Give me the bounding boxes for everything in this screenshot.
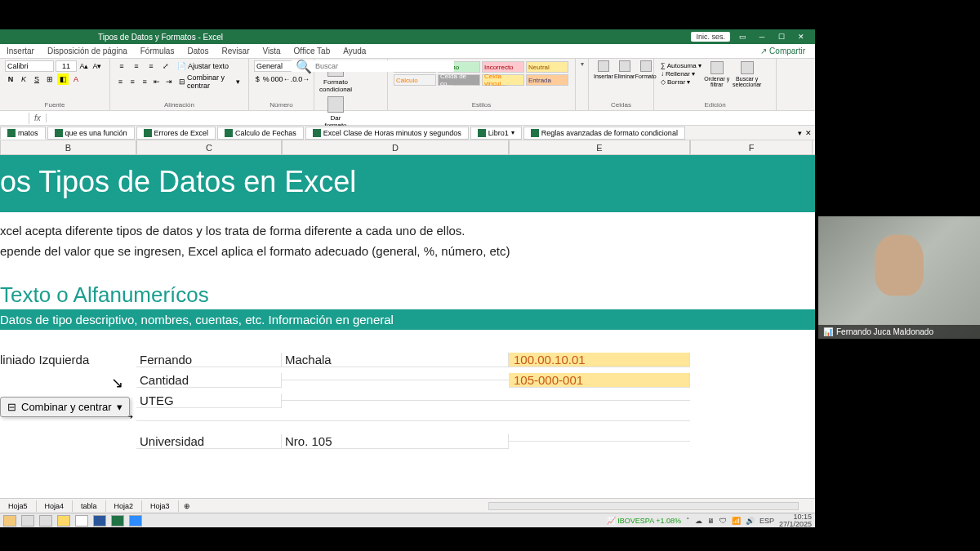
doc-tab-6[interactable]: Reglas avanzadas de formato condicional [523,127,685,140]
doc-tab-3[interactable]: Calculo de Fechas [217,127,304,140]
merge-center-button[interactable]: ⊟ Combinar y centrar ▾ [176,73,243,90]
name-box[interactable] [0,113,29,124]
fx-button[interactable]: fx [29,113,47,122]
currency-button[interactable]: $ [254,73,261,85]
cell-c-3[interactable]: UTEG [136,393,282,408]
cell-e-3[interactable] [509,400,690,401]
align-top-button[interactable]: ≡ [115,60,128,72]
zoom-icon[interactable] [129,515,142,527]
sheet-tab-hoja4[interactable]: Hoja4 [37,500,74,512]
close-button[interactable]: ✕ [794,31,808,42]
comma-button[interactable]: 000 [271,73,283,85]
font-color-button[interactable]: A [70,73,82,85]
sheet-area[interactable]: os Tipos de Datos en Excel xcel acepta d… [0,155,815,498]
menu-datos[interactable]: Datos [180,47,215,56]
minimize-button[interactable]: ─ [755,31,769,42]
font-size-select[interactable] [56,60,77,72]
file-explorer-icon[interactable] [57,515,70,527]
bold-button[interactable]: N [5,73,16,85]
percent-button[interactable]: % [263,73,270,85]
autosum-button[interactable]: ∑ Autosuma ▾ [661,62,702,69]
clear-button[interactable]: ◇ Borrar ▾ [661,78,702,86]
style-celdavincul[interactable]: Celda vincul... [482,74,524,86]
volume-icon[interactable]: 🔊 [746,517,755,525]
search-input[interactable] [315,62,449,70]
style-entrada[interactable]: Entrada [526,74,568,86]
chrome-icon[interactable] [75,515,88,527]
align-bottom-button[interactable]: ≡ [145,60,158,72]
word-icon[interactable] [93,515,106,527]
cell-d-3[interactable] [282,400,509,401]
doc-tab-1[interactable]: que es una función [47,127,135,140]
cell-e-4[interactable] [509,420,690,421]
find-select-button[interactable]: Buscar y seleccionar [731,60,764,87]
menu-disposicion[interactable]: Disposición de página [41,47,134,56]
sheet-tab-hoja2[interactable]: Hoja2 [106,500,143,512]
menu-officetab[interactable]: Office Tab [287,47,337,56]
doc-tab-2[interactable]: Errores de Excel [136,127,216,140]
sort-filter-button[interactable]: Ordenar y filtrar [703,60,731,87]
add-sheet-button[interactable]: ⊕ [179,502,195,510]
col-header-f[interactable]: F [690,140,813,154]
menu-revisar[interactable]: Revisar [216,47,256,56]
style-celdadeco[interactable]: Celda de co... [438,74,480,86]
sheet-tab-hoja3[interactable]: Hoja3 [142,500,179,512]
language-indicator[interactable]: ESP [760,517,774,525]
tray-icon-3[interactable]: 🛡 [719,517,727,525]
underline-button[interactable]: S [31,73,42,85]
merge-center-tooltip[interactable]: ⊟ Combinar y centrar ▾ [0,397,130,417]
align-right-button[interactable]: ≡ [140,76,150,87]
cell-d-2[interactable] [282,380,509,380]
increase-font-button[interactable]: A▴ [78,60,90,72]
menu-ayuda[interactable]: Ayuda [336,47,372,56]
indent-decrease-button[interactable]: ⇤ [151,76,162,87]
cell-c-1[interactable]: Fernando [136,353,282,367]
style-clculo[interactable]: Cálculo [394,74,436,86]
ribbon-options-icon[interactable]: ▭ [735,31,750,42]
styles-expand[interactable]: ▾ [576,59,589,110]
cell-d-1[interactable]: Machala [282,353,509,367]
taskbar-app-2[interactable] [39,515,52,527]
signin-button[interactable]: Inic. ses. [691,32,730,42]
col-header-c[interactable]: C [136,140,282,154]
sheet-tab-tabla[interactable]: tabla [73,500,106,512]
style-incorrecto[interactable]: Incorrecto [482,61,524,73]
border-button[interactable]: ⊞ [44,73,56,85]
fill-color-button[interactable]: ◧ [57,73,69,85]
doc-tab-0[interactable]: matos [0,127,46,140]
cell-e-2[interactable]: 105-000-001 [509,373,690,388]
fill-button[interactable]: ↓ Rellenar ▾ [661,70,702,78]
cell-d-5[interactable]: Nro. 105 [282,434,509,449]
decrease-decimal-button[interactable]: .0→ [297,73,309,85]
align-left-button[interactable]: ≡ [115,76,126,87]
tray-icon-1[interactable]: ☁ [695,517,702,525]
horizontal-scrollbar[interactable] [488,502,799,510]
increase-decimal-button[interactable]: ←.0 [284,73,296,85]
tray-chevron-icon[interactable]: ˄ [686,517,690,525]
task-view-icon[interactable] [21,515,34,527]
cell-e-1[interactable]: 100.00.10.01 [509,353,690,367]
align-middle-button[interactable]: ≡ [130,60,143,72]
format-cells-button[interactable]: Formato [636,60,656,79]
style-neutral[interactable]: Neutral [526,61,568,73]
stock-widget[interactable]: 📈 IBOVESPA +1.08% [607,517,681,525]
cell-c-2[interactable]: Cantidad [136,373,282,388]
tray-icon-2[interactable]: 🖥 [707,517,715,525]
col-header-e[interactable]: E [509,140,690,154]
cell-e-5[interactable] [509,441,690,442]
menu-formulas[interactable]: Fórmulas [134,47,181,56]
cell-c-4[interactable] [136,420,282,421]
doc-tab-4[interactable]: Excel Clase de Horas minutos y segundos [305,127,469,140]
doc-tabs-dropdown-icon[interactable]: ▾ [798,129,802,137]
italic-button[interactable]: K [18,73,29,85]
share-button[interactable]: ↗ Compartir [760,47,805,56]
taskbar-app-1[interactable] [3,515,16,527]
menu-insertar[interactable]: Insertar [0,47,41,56]
decrease-font-button[interactable]: A▾ [91,60,103,72]
align-center-button[interactable]: ≡ [127,76,138,87]
font-name-select[interactable] [5,60,54,72]
wrap-text-button[interactable]: 📄 Ajustar texto [174,62,232,70]
maximize-button[interactable]: ☐ [774,31,789,42]
menu-vista[interactable]: Vista [256,47,287,56]
search-box[interactable]: 🔍 [291,60,454,72]
